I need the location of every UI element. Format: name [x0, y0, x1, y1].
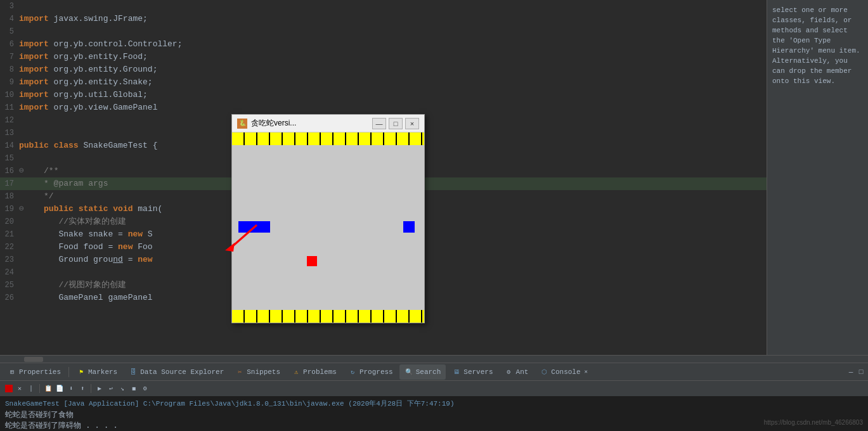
- console-stop-button[interactable]: [5, 385, 13, 392]
- line-number: 13: [0, 127, 19, 139]
- code-line-9: 9 import org.yb.entity.Snake;: [0, 76, 767, 89]
- code-line-8: 8 import org.yb.entity.Ground;: [0, 63, 767, 76]
- snake-title-icon: 🐍: [237, 119, 247, 129]
- code-line-5: 5: [0, 25, 767, 38]
- line-number: 17: [0, 177, 19, 190]
- tab-problems-label: Problems: [303, 368, 337, 376]
- console-btn-3[interactable]: 📋: [44, 384, 53, 393]
- console-minimize-btn[interactable]: —: [846, 368, 855, 376]
- line-number: 3: [0, 0, 19, 13]
- console-area: ✕ | 📋 📄 ⬇ ⬆ ▶ ↩ ↘ ◼ ⚙ SnakeGameTest [Jav…: [0, 380, 868, 431]
- search-icon: 🔍: [405, 368, 413, 376]
- console-toolbar: ✕ | 📋 📄 ⬇ ⬆ ▶ ↩ ↘ ◼ ⚙: [0, 381, 868, 396]
- console-btn-5[interactable]: ⬇: [67, 384, 75, 393]
- line-number: 6: [0, 38, 19, 51]
- line-number: 14: [0, 139, 19, 152]
- tab-progress[interactable]: ↻ Progress: [343, 364, 398, 380]
- tab-console[interactable]: ⬡ Console ✕: [534, 364, 593, 380]
- line-number: 24: [0, 266, 19, 279]
- properties-icon: ⊞: [8, 368, 16, 376]
- line-content: import org.yb.entity.Food;: [19, 51, 764, 63]
- line-number: 26: [0, 292, 19, 304]
- snake-body-right: [403, 221, 415, 233]
- tab-progress-label: Progress: [360, 368, 393, 376]
- snake-game-area: [232, 132, 424, 323]
- tab-servers-label: Servers: [463, 368, 493, 376]
- console-btn-2[interactable]: |: [27, 384, 36, 393]
- line-number: 18: [0, 190, 19, 203]
- console-close-x[interactable]: ✕: [585, 368, 588, 375]
- snake-window[interactable]: 🐍 贪吃蛇versi... — □ ×: [231, 114, 425, 323]
- snake-border-top: [232, 132, 424, 145]
- tab-markers[interactable]: ⚑ Markers: [72, 364, 122, 380]
- code-line-7: 7 import org.yb.entity.Food;: [0, 51, 767, 63]
- ant-icon: ⚙: [505, 368, 514, 376]
- tab-console-label: Console: [551, 368, 580, 376]
- console-window-controls: — □: [846, 368, 865, 376]
- console-btn-11[interactable]: ⚙: [141, 384, 150, 393]
- console-btn-7[interactable]: ▶: [95, 384, 104, 393]
- line-number: 21: [0, 228, 19, 241]
- line-number: 15: [0, 152, 19, 165]
- line-number: 23: [0, 254, 19, 266]
- red-arrow: [222, 219, 260, 257]
- console-btn-1[interactable]: ✕: [15, 384, 24, 393]
- console-icon: ⬡: [540, 368, 548, 376]
- markers-icon: ⚑: [77, 368, 86, 376]
- servers-icon: 🖥: [452, 368, 461, 376]
- horizontal-scrollbar[interactable]: [0, 355, 868, 363]
- line-number: 4: [0, 13, 19, 25]
- line-number: 8: [0, 63, 19, 76]
- line-content: import org.yb.util.Global;: [19, 89, 764, 101]
- line-number: 25: [0, 279, 19, 292]
- console-btn-10[interactable]: ◼: [129, 384, 138, 393]
- console-output-line-2: 蛇蛇是否碰到了障碍物 . . . .: [5, 420, 863, 431]
- svg-line-0: [231, 225, 257, 247]
- tab-servers[interactable]: 🖥 Servers: [447, 364, 498, 380]
- problems-icon: ⚠: [292, 368, 301, 376]
- tab-ant-label: Ant: [516, 368, 529, 376]
- console-maximize-btn[interactable]: □: [857, 368, 865, 376]
- line-number: 22: [0, 241, 19, 254]
- line-number: 9: [0, 76, 19, 89]
- console-btn-8[interactable]: ↩: [107, 384, 115, 393]
- tab-properties[interactable]: ⊞ Properties: [3, 364, 66, 380]
- snake-maximize-button[interactable]: □: [389, 118, 403, 129]
- progress-icon: ↻: [348, 368, 357, 376]
- code-line-11: 11 import org.yb.view.GamePanel: [0, 101, 767, 114]
- line-number: 16: [0, 165, 19, 177]
- tab-properties-label: Properties: [19, 368, 61, 376]
- ide-container: 3 4 import javax.swing.JFrame; 5 6 impor…: [0, 0, 868, 431]
- code-line-10: 10 import org.yb.util.Global;: [0, 89, 767, 101]
- console-btn-4[interactable]: 📄: [55, 384, 64, 393]
- tab-ant[interactable]: ⚙ Ant: [500, 364, 534, 380]
- code-line-4: 4 import javax.swing.JFrame;: [0, 13, 767, 25]
- console-btn-9[interactable]: ↘: [118, 384, 127, 393]
- tab-search[interactable]: 🔍 Search: [399, 364, 446, 380]
- tab-datasource[interactable]: 🗄 Data Source Explorer: [124, 364, 229, 380]
- line-content: import org.yb.control.Controller;: [19, 38, 764, 51]
- console-body: SnakeGameTest [Java Application] C:\Prog…: [0, 396, 868, 431]
- line-number: 5: [0, 25, 19, 38]
- line-number: 19: [0, 203, 19, 216]
- tab-search-label: Search: [416, 368, 441, 376]
- tab-snippets-label: Snippets: [247, 368, 280, 376]
- line-content: import org.yb.view.GamePanel: [19, 101, 764, 114]
- console-btn-6[interactable]: ⬆: [78, 384, 87, 393]
- tab-snippets[interactable]: ✂ Snippets: [230, 364, 285, 380]
- code-editor: 3 4 import javax.swing.JFrame; 5 6 impor…: [0, 0, 868, 355]
- snippets-icon: ✂: [235, 368, 244, 376]
- right-panel: select one or more classes, fields, or m…: [767, 0, 868, 355]
- snake-close-button[interactable]: ×: [405, 118, 419, 129]
- line-number: 10: [0, 89, 19, 101]
- watermark: https://blog.csdn.net/mb_46266803: [764, 419, 863, 426]
- snake-border-bottom: [232, 310, 424, 323]
- tab-datasource-label: Data Source Explorer: [140, 368, 224, 376]
- datasource-icon: 🗄: [129, 368, 138, 376]
- line-content: import javax.swing.JFrame;: [19, 13, 764, 25]
- tab-markers-label: Markers: [88, 368, 117, 376]
- tab-problems[interactable]: ⚠ Problems: [287, 364, 342, 380]
- snake-minimize-button[interactable]: —: [372, 118, 386, 129]
- line-number: 7: [0, 51, 19, 63]
- console-run-info: SnakeGameTest [Java Application] C:\Prog…: [5, 399, 863, 408]
